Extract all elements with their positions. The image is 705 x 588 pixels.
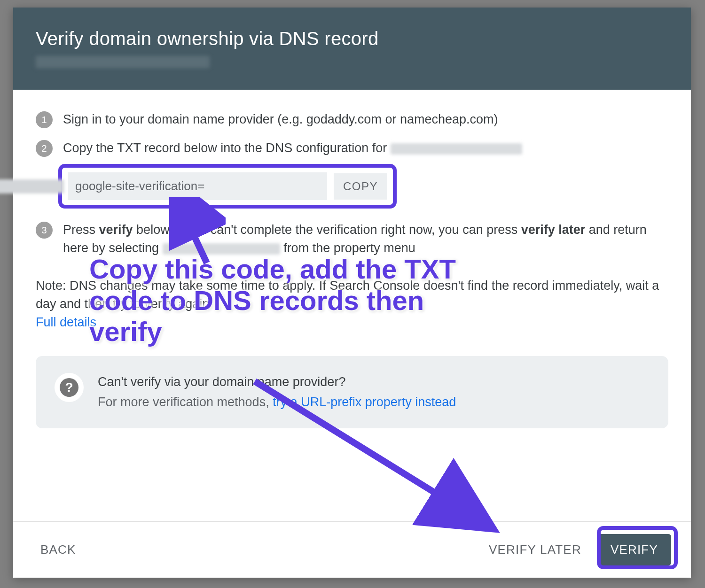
txt-record-input[interactable] [68,172,327,200]
modal-header: Verify domain ownership via DNS record [13,8,691,90]
verify-later-button[interactable]: VERIFY LATER [481,537,589,563]
modal-body: 1 Sign in to your domain name provider (… [13,90,691,521]
step-number-badge: 1 [36,111,53,128]
step-number-badge: 3 [36,222,53,239]
tip-title: Can't verify via your domain name provid… [98,373,456,391]
modal-title: Verify domain ownership via DNS record [36,28,668,49]
note-text: Note: DNS changes may take some time to … [36,279,659,311]
copy-button[interactable]: COPY [334,173,387,200]
txt-value-redacted [0,179,64,193]
full-details-link[interactable]: Full details [36,315,96,329]
domain-name-redacted [391,143,522,155]
verify-domain-modal: Verify domain ownership via DNS record 1… [13,8,691,578]
modal-footer: BACK VERIFY LATER VERIFY [13,521,691,578]
step-2: 2 Copy the TXT record below into the DNS… [36,139,668,210]
back-button[interactable]: BACK [33,537,84,563]
tip-box: ? Can't verify via your domain name prov… [36,356,668,428]
step-2-text: Copy the TXT record below into the DNS c… [63,141,391,155]
step-3: 3 Press verify below. If you can't compl… [36,221,668,257]
help-icon: ? [55,373,84,402]
step-1: 1 Sign in to your domain name provider (… [36,110,668,129]
note-section: Note: DNS changes may take some time to … [36,277,668,332]
step-number-badge: 2 [36,140,53,157]
txt-record-row: COPY [58,164,397,209]
url-prefix-link[interactable]: try a URL-prefix property instead [273,395,456,409]
step-2-content: Copy the TXT record below into the DNS c… [63,139,668,210]
domain-name-redacted [163,243,280,255]
verify-button[interactable]: VERIFY [597,534,671,565]
tip-subtitle: For more verification methods, try a URL… [98,393,456,411]
step-3-text: Press verify below. If you can't complet… [63,221,668,257]
domain-name-redacted [36,56,210,68]
step-1-text: Sign in to your domain name provider (e.… [63,110,668,129]
